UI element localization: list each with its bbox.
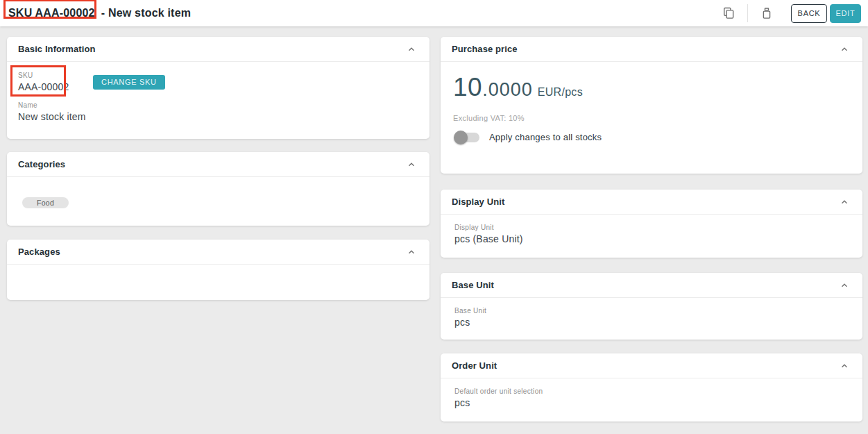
card-display-unit: Display Unit Display Unit pcs (Base Unit… bbox=[441, 190, 862, 258]
change-sku-button[interactable]: CHANGE SKU bbox=[93, 75, 165, 90]
basic-information-header: Basic Information bbox=[7, 37, 429, 62]
card-packages: Packages bbox=[7, 240, 429, 300]
copy-icon[interactable] bbox=[718, 3, 739, 24]
sku-field: SKU AAA-00002 bbox=[18, 72, 82, 92]
chevron-up-icon[interactable] bbox=[405, 158, 418, 172]
name-field: Name New stock item bbox=[18, 101, 418, 122]
basic-information-body: SKU AAA-00002 CHANGE SKU Name New stock … bbox=[7, 62, 429, 122]
display-unit-title: Display Unit bbox=[452, 197, 504, 207]
order-unit-label: Default order unit selection bbox=[454, 387, 849, 395]
basic-information-title: Basic Information bbox=[18, 44, 96, 54]
page-title-sku: SKU AAA-00002 bbox=[8, 7, 95, 19]
edit-button[interactable]: EDIT bbox=[830, 4, 861, 23]
chevron-up-icon[interactable] bbox=[837, 278, 851, 292]
base-unit-label: Base Unit bbox=[454, 307, 849, 315]
page-title-suffix: - New stock item bbox=[101, 7, 191, 19]
vat-note: Excluding VAT: 10% bbox=[453, 114, 850, 122]
apply-changes-row: Apply changes to all stocks bbox=[453, 132, 850, 142]
order-unit-value: pcs bbox=[454, 397, 849, 408]
categories-header: Categories bbox=[7, 152, 429, 177]
price-integer: 10 bbox=[453, 73, 482, 101]
packages-title: Packages bbox=[18, 247, 60, 257]
sku-row: SKU AAA-00002 CHANGE SKU bbox=[18, 72, 418, 92]
price-value: 10.0000EUR/pcs bbox=[453, 73, 850, 102]
category-chip: Food bbox=[22, 197, 69, 208]
back-button[interactable]: BACK bbox=[791, 4, 827, 23]
categories-body: Food bbox=[7, 177, 429, 208]
purchase-price-title: Purchase price bbox=[452, 44, 518, 54]
purchase-price-body: 10.0000EUR/pcs Excluding VAT: 10% Apply … bbox=[441, 62, 862, 142]
sku-value: AAA-00002 bbox=[18, 81, 82, 92]
name-label: Name bbox=[18, 101, 418, 109]
display-unit-body: Display Unit pcs (Base Unit) bbox=[441, 215, 862, 244]
card-basic-information: Basic Information SKU AAA-00002 CHANGE S… bbox=[7, 37, 429, 139]
order-unit-title: Order Unit bbox=[452, 360, 497, 371]
price-unit: EUR/pcs bbox=[538, 86, 583, 98]
display-unit-value: pcs (Base Unit) bbox=[454, 233, 849, 244]
header-divider bbox=[747, 4, 748, 22]
base-unit-title: Base Unit bbox=[452, 280, 494, 290]
display-unit-header: Display Unit bbox=[441, 190, 862, 215]
right-column: Purchase price 10.0000EUR/pcs Excluding … bbox=[441, 37, 862, 422]
left-column: Basic Information SKU AAA-00002 CHANGE S… bbox=[7, 37, 429, 422]
packages-header: Packages bbox=[7, 240, 429, 265]
categories-title: Categories bbox=[18, 159, 65, 169]
card-purchase-price: Purchase price 10.0000EUR/pcs Excluding … bbox=[441, 37, 862, 174]
name-value: New stock item bbox=[18, 111, 418, 122]
page-header: SKU AAA-00002 - New stock item BACK EDIT bbox=[0, 0, 868, 26]
content-area: Basic Information SKU AAA-00002 CHANGE S… bbox=[0, 26, 868, 422]
header-actions: BACK EDIT bbox=[718, 3, 861, 24]
chevron-up-icon[interactable] bbox=[405, 42, 418, 56]
base-unit-header: Base Unit bbox=[441, 273, 862, 298]
chevron-up-icon[interactable] bbox=[837, 359, 851, 373]
chevron-up-icon[interactable] bbox=[837, 195, 851, 209]
apply-changes-toggle[interactable] bbox=[456, 133, 479, 142]
trash-icon-glyph bbox=[760, 6, 774, 20]
base-unit-body: Base Unit pcs bbox=[441, 298, 862, 328]
card-order-unit: Order Unit Default order unit selection … bbox=[441, 353, 862, 422]
chevron-up-icon[interactable] bbox=[405, 245, 418, 259]
card-base-unit: Base Unit Base Unit pcs bbox=[441, 273, 862, 340]
card-categories: Categories Food bbox=[7, 152, 429, 226]
apply-changes-label: Apply changes to all stocks bbox=[489, 132, 602, 142]
display-unit-label: Display Unit bbox=[454, 224, 849, 231]
purchase-price-header: Purchase price bbox=[441, 37, 862, 62]
order-unit-body: Default order unit selection pcs bbox=[441, 378, 862, 408]
order-unit-header: Order Unit bbox=[441, 353, 862, 378]
base-unit-value: pcs bbox=[454, 317, 849, 328]
chevron-up-icon[interactable] bbox=[837, 42, 851, 56]
toggle-knob-icon bbox=[454, 131, 468, 144]
page-title: SKU AAA-00002 - New stock item bbox=[0, 7, 191, 19]
price-decimal: .0000 bbox=[482, 79, 533, 100]
copy-icon-glyph bbox=[722, 6, 735, 20]
sku-label: SKU bbox=[18, 72, 82, 79]
trash-icon[interactable] bbox=[756, 3, 777, 24]
